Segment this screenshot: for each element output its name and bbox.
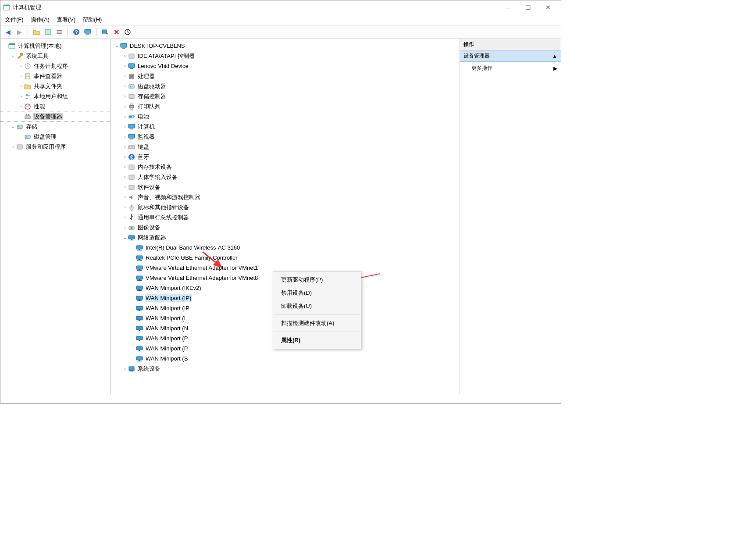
tree-row[interactable]: 设备管理器 (0, 111, 110, 121)
expander-icon[interactable]: › (18, 63, 24, 69)
tree-row[interactable]: ›本地用户和组 (0, 91, 110, 101)
tree-label: 磁盘管理 (33, 133, 57, 141)
expander-icon[interactable]: ⌄ (122, 235, 128, 241)
expander-icon[interactable]: › (122, 366, 128, 372)
expander-icon[interactable]: › (122, 214, 128, 221)
ctx-update-driver[interactable]: 更新驱动程序(P) (273, 273, 361, 286)
help-icon[interactable]: ? (71, 27, 81, 37)
collapse-icon[interactable]: ▲ (552, 53, 557, 59)
expander-icon[interactable]: › (122, 114, 128, 120)
ctx-disable-device[interactable]: 禁用设备(D) (273, 286, 361, 300)
tree-row[interactable]: ›计算机 (111, 121, 460, 132)
expander-icon[interactable]: › (122, 184, 128, 190)
tree-row[interactable]: ›存储控制器 (111, 91, 460, 101)
disable-device-icon[interactable]: ✕ (111, 27, 121, 37)
tree-row[interactable]: ›人体学输入设备 (111, 172, 460, 182)
expander-icon[interactable]: ⌄ (10, 124, 16, 130)
tree-row[interactable]: ›磁盘驱动器 (111, 81, 460, 91)
tree-row[interactable]: ›Lenovo Vhid Device (111, 61, 460, 71)
tree-row[interactable]: ›处理器 (111, 71, 460, 81)
expander-icon[interactable]: › (122, 63, 128, 69)
tree-row[interactable]: ›任务计划程序 (0, 61, 110, 71)
expander-icon[interactable]: › (122, 154, 128, 160)
expander-icon[interactable]: › (122, 104, 128, 110)
tree-row[interactable]: ⌄网络适配器 (111, 232, 460, 243)
tree-row[interactable]: ›IDE ATA/ATAPI 控制器 (111, 51, 460, 61)
expander-icon[interactable]: › (122, 204, 128, 211)
expander-icon[interactable]: › (122, 144, 128, 150)
menu-view[interactable]: 查看(V) (57, 16, 75, 24)
properties-icon[interactable] (43, 27, 53, 37)
actions-section[interactable]: 设备管理器 ▲ (460, 50, 561, 62)
tree-row[interactable]: ›打印队列 (111, 101, 460, 111)
tree-row[interactable]: Realtek PCIe GBE Family Controller (111, 253, 460, 263)
back-button[interactable]: ◀ (3, 27, 13, 37)
net-icon (136, 244, 143, 251)
more-actions-item[interactable]: 更多操作 ▶ (460, 62, 561, 75)
device-tree-pane[interactable]: ⌄DESKTOP-CVLBLNS›IDE ATA/ATAPI 控制器›Lenov… (111, 39, 460, 394)
ctx-properties[interactable]: 属性(R) (273, 334, 361, 347)
tree-row[interactable]: ›内存技术设备 (111, 162, 460, 172)
menu-file[interactable]: 文件(F) (5, 16, 24, 24)
tree-row[interactable]: ›电池 (111, 111, 460, 121)
expander-icon[interactable]: › (122, 164, 128, 170)
expander-icon[interactable]: › (122, 174, 128, 180)
tree-row[interactable]: ›通用串行总线控制器 (111, 212, 460, 222)
update-driver-icon[interactable] (123, 27, 132, 37)
tree-row[interactable]: ›监视器 (111, 132, 460, 142)
tree-row[interactable]: ›事件查看器 (0, 71, 110, 81)
tree-row[interactable]: WAN Miniport (S (111, 354, 460, 364)
forward-button[interactable]: ▶ (14, 27, 24, 37)
open-icon[interactable] (32, 27, 41, 37)
tree-row[interactable]: ›图像设备 (111, 222, 460, 232)
bt-icon (128, 154, 135, 161)
expander-icon[interactable]: › (122, 83, 128, 89)
tree-row[interactable]: ›键盘 (111, 142, 460, 152)
menu-action[interactable]: 操作(A) (31, 16, 50, 24)
expander-icon[interactable]: › (122, 134, 128, 140)
expander-icon[interactable]: › (10, 144, 16, 150)
tree-row[interactable]: 磁盘管理 (0, 132, 110, 142)
close-button[interactable]: ✕ (538, 1, 558, 14)
expander-icon[interactable]: › (122, 93, 128, 100)
svg-rect-47 (57, 33, 62, 34)
tree-row[interactable]: ›系统设备 (111, 364, 460, 374)
tree-row[interactable]: ›蓝牙 (111, 152, 460, 162)
expander-icon[interactable]: › (18, 104, 24, 110)
tree-row[interactable]: ›性能 (0, 101, 110, 111)
expander-icon[interactable]: › (18, 93, 24, 100)
maximize-button[interactable]: ☐ (518, 1, 538, 14)
tree-label: 系统工具 (25, 52, 50, 60)
expander-icon[interactable]: › (122, 194, 128, 200)
expander-icon[interactable]: › (122, 53, 128, 59)
ctx-scan-hardware[interactable]: 扫描检测硬件改动(A) (273, 317, 361, 330)
list-icon[interactable] (54, 27, 64, 37)
expander-icon[interactable]: › (18, 83, 24, 89)
expander-icon[interactable]: › (122, 73, 128, 79)
expander-icon[interactable]: › (122, 124, 128, 130)
tree-row[interactable]: Intel(R) Dual Band Wireless-AC 3160 (111, 243, 460, 253)
tree-row[interactable]: ⌄存储 (0, 121, 110, 132)
expander-icon[interactable]: ⌄ (114, 43, 120, 49)
minimize-button[interactable]: — (498, 1, 518, 14)
tree-row[interactable]: ⌄系统工具 (0, 51, 110, 61)
tree-label: 监视器 (137, 133, 156, 141)
left-tree-pane[interactable]: 计算机管理(本地)⌄系统工具›任务计划程序›事件查看器›共享文件夹›本地用户和组… (0, 39, 111, 394)
ctx-uninstall-device[interactable]: 卸载设备(U) (273, 300, 361, 313)
scan-icon[interactable] (83, 27, 93, 37)
net-icon (136, 264, 143, 272)
expander-icon[interactable]: › (18, 73, 24, 79)
tree-row[interactable]: ⌄DESKTOP-CVLBLNS (111, 41, 460, 51)
tree-row[interactable]: ›共享文件夹 (0, 81, 110, 91)
enable-device-icon[interactable] (100, 27, 110, 37)
task-icon (24, 63, 31, 70)
tree-row[interactable]: ›软件设备 (111, 182, 460, 192)
tree-row[interactable]: ›服务和应用程序 (0, 142, 110, 152)
tree-row[interactable]: ›鼠标和其他指针设备 (111, 202, 460, 212)
tree-row[interactable]: ›声音、视频和游戏控制器 (111, 192, 460, 202)
tree-row[interactable]: 计算机管理(本地) (0, 41, 110, 51)
menu-help[interactable]: 帮助(H) (82, 16, 102, 24)
tree-label: 软件设备 (137, 183, 161, 191)
expander-icon[interactable]: ⌄ (10, 53, 16, 59)
expander-icon[interactable]: › (122, 225, 128, 231)
